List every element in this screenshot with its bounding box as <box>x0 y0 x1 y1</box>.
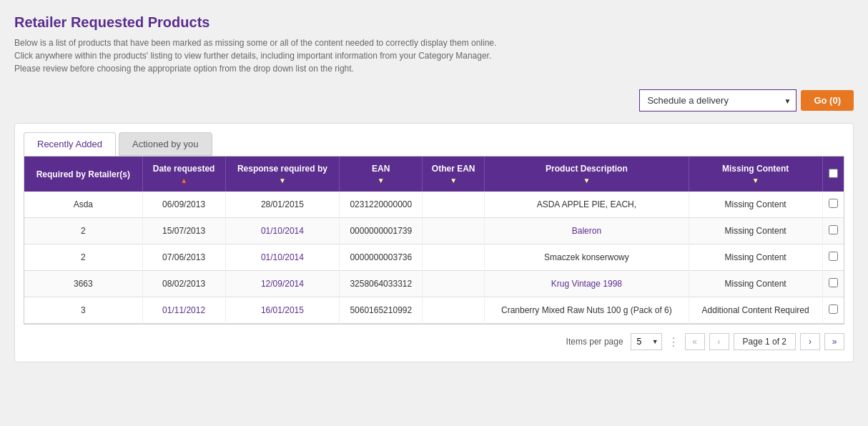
table-row[interactable]: 3 01/11/2012 16/01/2015 5060165210992 Cr… <box>24 297 844 324</box>
pagination-page-info: Page 1 of 2 <box>734 333 796 350</box>
row-checkbox[interactable] <box>829 304 838 314</box>
col-header-missing-content[interactable]: Missing Content ▼ <box>689 157 822 192</box>
page-title: Retailer Requested Products <box>14 14 854 31</box>
cell-product-description: Smaczek konserwowy <box>485 244 689 271</box>
cell-missing-content: Missing Content <box>689 271 822 297</box>
select-all-checkbox[interactable] <box>829 169 838 178</box>
cell-response-required: 16/01/2015 <box>225 297 340 324</box>
cell-response-required: 28/01/2015 <box>225 192 340 218</box>
pagination-separator: ⋮ <box>668 335 679 349</box>
schedule-select[interactable]: Schedule a delivery <box>639 89 797 112</box>
cell-retailer: 3 <box>24 297 142 324</box>
cell-date-requested: 07/06/2013 <box>142 244 225 271</box>
cell-retailer: 2 <box>24 218 142 244</box>
items-per-page-label: Items per page <box>566 337 623 347</box>
cell-missing-content: Missing Content <box>689 244 822 271</box>
col-header-select-all[interactable] <box>822 157 844 192</box>
cell-ean: 5060165210992 <box>340 297 423 324</box>
table-row[interactable]: Asda 06/09/2013 28/01/2015 0231220000000… <box>24 192 844 218</box>
cell-response-required: 12/09/2014 <box>225 271 340 297</box>
cell-date-requested: 15/07/2013 <box>142 218 225 244</box>
col-header-other-ean[interactable]: Other EAN ▼ <box>423 157 485 192</box>
cell-product-description: ASDA APPLE PIE, EACH, <box>485 192 689 218</box>
cell-missing-content: Missing Content <box>689 192 822 218</box>
items-per-page-select[interactable]: 5 10 20 <box>631 333 662 350</box>
pagination-first-button[interactable]: « <box>685 333 705 350</box>
sort-arrow-desc: ▼ <box>583 177 590 184</box>
tab-recently-added[interactable]: Recently Added <box>24 132 116 156</box>
row-checkbox[interactable] <box>829 225 838 234</box>
col-header-product-description[interactable]: Product Description ▼ <box>485 157 689 192</box>
pagination-prev-button[interactable]: ‹ <box>709 333 729 350</box>
cell-retailer: Asda <box>24 192 142 218</box>
page-description: Below is a list of products that have be… <box>14 36 854 75</box>
cell-product-description: Baleron <box>485 218 689 244</box>
cell-ean: 0000000003736 <box>340 244 423 271</box>
cell-checkbox[interactable] <box>822 271 844 297</box>
cell-date-requested: 06/09/2013 <box>142 192 225 218</box>
cell-ean: 0231220000000 <box>340 192 423 218</box>
main-card: Recently Added Actioned by you Required … <box>14 123 854 362</box>
cell-other-ean <box>423 218 485 244</box>
cell-other-ean <box>423 271 485 297</box>
tab-actioned-by-you[interactable]: Actioned by you <box>119 132 212 156</box>
col-header-retailer[interactable]: Required by Retailer(s) <box>24 157 142 192</box>
cell-date-requested: 01/11/2012 <box>142 297 225 324</box>
col-header-date-requested[interactable]: Date requested ▲ <box>142 157 225 192</box>
cell-missing-content: Additional Content Required <box>689 297 822 324</box>
go-button[interactable]: Go (0) <box>801 90 854 111</box>
cell-checkbox[interactable] <box>822 218 844 244</box>
sort-arrow-ean: ▼ <box>378 177 385 184</box>
sort-arrow-date: ▲ <box>180 177 187 184</box>
cell-response-required: 01/10/2014 <box>225 218 340 244</box>
col-header-ean[interactable]: EAN ▼ <box>340 157 423 192</box>
table-row[interactable]: 2 15/07/2013 01/10/2014 0000000001739 Ba… <box>24 218 844 244</box>
col-header-response-required[interactable]: Response required by ▼ <box>225 157 340 192</box>
table-row[interactable]: 2 07/06/2013 01/10/2014 0000000003736 Sm… <box>24 244 844 271</box>
cell-response-required: 01/10/2014 <box>225 244 340 271</box>
row-checkbox[interactable] <box>829 252 838 261</box>
table-row[interactable]: 3663 08/02/2013 12/09/2014 3258064033312… <box>24 271 844 297</box>
tabs-container: Recently Added Actioned by you <box>15 124 853 156</box>
cell-retailer: 2 <box>24 244 142 271</box>
pagination-next-button[interactable]: › <box>800 333 820 350</box>
row-checkbox[interactable] <box>829 278 838 287</box>
cell-checkbox[interactable] <box>822 192 844 218</box>
cell-checkbox[interactable] <box>822 244 844 271</box>
cell-other-ean <box>423 192 485 218</box>
cell-missing-content: Missing Content <box>689 218 822 244</box>
cell-checkbox[interactable] <box>822 297 844 324</box>
sort-arrow-missing: ▼ <box>752 177 759 184</box>
pagination-last-button[interactable]: » <box>824 333 844 350</box>
cell-ean: 3258064033312 <box>340 271 423 297</box>
row-checkbox[interactable] <box>829 199 838 208</box>
pagination-bar: Items per page 5 10 20 ⋮ « ‹ Page 1 of 2… <box>15 325 853 350</box>
cell-date-requested: 08/02/2013 <box>142 271 225 297</box>
products-table-container: Required by Retailer(s) Date requested ▲ <box>24 156 844 325</box>
cell-retailer: 3663 <box>24 271 142 297</box>
sort-arrow-other-ean: ▼ <box>450 177 457 184</box>
cell-product-description: Cranberry Mixed Raw Nuts 100 g (Pack of … <box>485 297 689 324</box>
cell-other-ean <box>423 297 485 324</box>
sort-arrow-response: ▼ <box>279 177 286 184</box>
products-table: Required by Retailer(s) Date requested ▲ <box>24 157 844 324</box>
cell-other-ean <box>423 244 485 271</box>
cell-product-description: Krug Vintage 1998 <box>485 271 689 297</box>
cell-ean: 0000000001739 <box>340 218 423 244</box>
